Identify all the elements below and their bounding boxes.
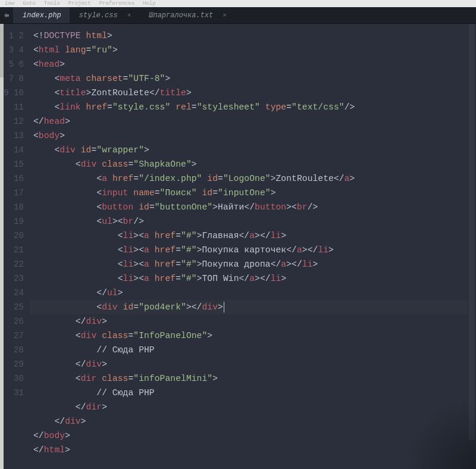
- code-line[interactable]: <meta charset="UTF-8">: [33, 71, 468, 86]
- code-line[interactable]: <li><a href="#">Главная</a></li>: [33, 229, 468, 243]
- menu-item[interactable]: Help: [143, 1, 156, 7]
- tabbar: index.phpstyle.css×Шпаргалочка.txt×: [0, 7, 476, 24]
- code-line[interactable]: [33, 457, 468, 469]
- scrollbar[interactable]: [468, 24, 476, 469]
- code-line[interactable]: </ul>: [33, 286, 468, 300]
- tab-label: index.php: [23, 11, 61, 20]
- code-line[interactable]: <div class="InfoPanelOne">: [33, 329, 468, 343]
- code-line[interactable]: </body>: [33, 429, 468, 443]
- menubar[interactable]: iew Goto Tools Project Preferences Help: [0, 0, 476, 7]
- code-area[interactable]: <!DOCTYPE html><html lang="ru"><head> <m…: [30, 24, 468, 469]
- tab[interactable]: Шпаргалочка.txt×: [139, 7, 235, 23]
- code-line[interactable]: </div>: [33, 357, 468, 371]
- tab-label: Шпаргалочка.txt: [149, 11, 213, 20]
- code-line[interactable]: <div id="wrapper">: [33, 143, 468, 157]
- code-line[interactable]: </div>: [33, 414, 468, 429]
- code-line[interactable]: </div>: [33, 314, 468, 329]
- code-line[interactable]: <html lang="ru">: [33, 43, 468, 57]
- close-icon[interactable]: ×: [127, 12, 131, 19]
- menu-item[interactable]: Goto: [23, 1, 36, 7]
- tabbar-menu-icon[interactable]: [0, 7, 13, 23]
- line-gutter: 1 2 3 4 5 6 7 8 9 10 11 12 13 14 15 16 1…: [4, 24, 30, 469]
- tab[interactable]: index.php: [13, 7, 70, 23]
- code-line[interactable]: <link href="style.css" rel="stylesheet" …: [33, 100, 468, 114]
- code-line[interactable]: <title>ZontRoulete</title>: [33, 86, 468, 100]
- code-line[interactable]: </head>: [33, 114, 468, 129]
- menu-item[interactable]: Tools: [44, 1, 60, 7]
- code-line[interactable]: </dir>: [33, 400, 468, 414]
- tab-label: style.css: [79, 11, 118, 20]
- close-icon[interactable]: ×: [223, 12, 227, 19]
- code-line[interactable]: <div class="ShapkaOne">: [33, 157, 468, 171]
- code-line[interactable]: <!DOCTYPE html>: [33, 29, 468, 43]
- code-line[interactable]: // Сюда PHP: [33, 343, 468, 357]
- code-line[interactable]: <input name="Поиск" id="inputOne">: [33, 186, 468, 200]
- code-line[interactable]: <body>: [33, 129, 468, 143]
- code-line[interactable]: </html>: [33, 443, 468, 457]
- scrollbar-thumb[interactable]: [469, 24, 475, 440]
- code-line[interactable]: <button id="buttonOne">Найти</button><br…: [33, 200, 468, 214]
- code-line[interactable]: <li><a href="#">Покупка карточек</a></li…: [33, 243, 468, 257]
- editor: 1 2 3 4 5 6 7 8 9 10 11 12 13 14 15 16 1…: [0, 24, 476, 469]
- code-line[interactable]: // Сюда PHP: [33, 386, 468, 400]
- menu-item[interactable]: iew: [5, 1, 14, 7]
- code-line[interactable]: <dir class="infoPanelMini">: [33, 371, 468, 386]
- code-line[interactable]: <a href="/index.php" id="LogoOne">ZontRo…: [33, 171, 468, 186]
- code-line[interactable]: <li><a href="#">Покупка дропа</a></li>: [33, 257, 468, 271]
- code-line[interactable]: <li><a href="#">ТОП Win</a></li>: [33, 271, 468, 286]
- menu-item[interactable]: Project: [68, 1, 91, 7]
- menu-item[interactable]: Preferences: [99, 1, 134, 7]
- tab[interactable]: style.css×: [70, 7, 139, 23]
- code-line[interactable]: <head>: [33, 57, 468, 71]
- code-line[interactable]: <ul><br/>: [33, 214, 468, 229]
